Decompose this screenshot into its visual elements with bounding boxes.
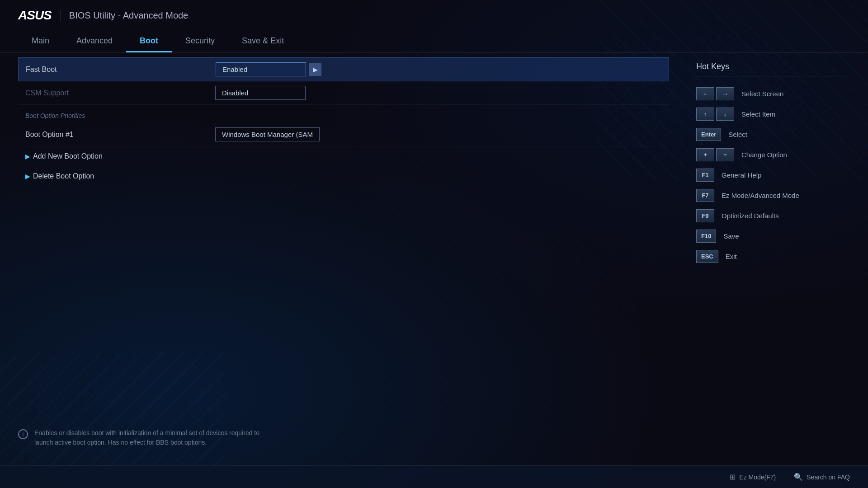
bottom-bar: ⊞ Ez Mode(F7) 🔍 Search on FAQ [0, 465, 868, 488]
hotkeys-title: Hot Keys [696, 62, 850, 76]
search-faq-label: Search on FAQ [807, 474, 850, 481]
hotkey-f9-keys: F9 [696, 209, 714, 222]
nav-item-main[interactable]: Main [18, 31, 63, 52]
key-up-arrow[interactable]: ↑ [696, 108, 714, 121]
fast-boot-label: Fast Boot [26, 66, 216, 74]
info-icon: i [18, 429, 28, 439]
hotkey-f9-desc: Optimized Defaults [722, 212, 779, 220]
hotkey-select-item-desc: Select Item [741, 110, 775, 118]
nav-item-advanced[interactable]: Advanced [63, 31, 126, 52]
csm-support-label: CSM Support [25, 89, 215, 97]
boot-option-label: Boot Option #1 [25, 131, 215, 139]
delete-boot-option[interactable]: ▶ Delete Boot Option [18, 166, 669, 186]
nav-item-boot[interactable]: Boot [126, 31, 172, 52]
fast-boot-arrow[interactable]: ▶ [309, 63, 321, 76]
hotkey-esc: ESC Exit [696, 250, 850, 263]
hotkey-change-option: + − Change Option [696, 148, 850, 161]
nav-bar: Main Advanced Boot Security Save & Exit [0, 31, 868, 53]
csm-support-row: CSM Support Disabled [18, 81, 669, 105]
hotkey-select-keys: Enter [696, 128, 721, 141]
hotkey-f1-keys: F1 [696, 169, 714, 182]
header: ASUS BIOS Utility - Advanced Mode [0, 0, 868, 31]
csm-support-value: Disabled [215, 86, 306, 100]
search-faq-button[interactable]: 🔍 Search on FAQ [794, 473, 850, 481]
info-text: Enables or disables boot with initializa… [34, 428, 259, 447]
asus-logo: ASUS [18, 8, 52, 23]
hotkey-change-option-desc: Change Option [741, 151, 787, 159]
hotkey-select-item: ↑ ↓ Select Item [696, 108, 850, 121]
bios-title: BIOS Utility - Advanced Mode [61, 10, 188, 21]
hotkey-esc-desc: Exit [726, 253, 737, 260]
search-icon: 🔍 [794, 473, 803, 481]
key-right-arrow[interactable]: → [716, 87, 734, 100]
csm-support-value-container: Disabled [215, 86, 306, 100]
fast-boot-value-container: Enabled ▶ [216, 62, 321, 76]
delete-boot-label: Delete Boot Option [33, 172, 94, 180]
hotkey-select-screen: ← → Select Screen [696, 87, 850, 100]
boot-option-value-container: Windows Boot Manager (SAM [215, 127, 320, 141]
key-minus[interactable]: − [716, 148, 734, 161]
hotkey-select: Enter Select [696, 128, 850, 141]
hotkeys-panel: Hot Keys ← → Select Screen ↑ ↓ Select It… [687, 53, 868, 488]
ez-mode-button[interactable]: ⊞ Ez Mode(F7) [730, 473, 776, 481]
key-plus[interactable]: + [696, 148, 714, 161]
hotkey-f1: F1 General Help [696, 169, 850, 182]
content-area: Fast Boot Enabled ▶ CSM Support Disabled… [0, 53, 868, 488]
hotkey-f7-desc: Ez Mode/Advanced Mode [722, 192, 799, 199]
key-f9[interactable]: F9 [696, 209, 714, 222]
hotkey-change-option-keys: + − [696, 148, 734, 161]
nav-item-save-exit[interactable]: Save & Exit [228, 31, 297, 52]
key-left-arrow[interactable]: ← [696, 87, 714, 100]
delete-boot-arrow-icon: ▶ [25, 173, 30, 180]
hotkey-f10: F10 Save [696, 230, 850, 243]
boot-option-value: Windows Boot Manager (SAM [215, 127, 320, 141]
hotkey-f7: F7 Ez Mode/Advanced Mode [696, 189, 850, 202]
section-label: Boot Option Priorities [18, 105, 669, 123]
hotkey-f10-desc: Save [723, 232, 739, 240]
key-down-arrow[interactable]: ↓ [716, 108, 734, 121]
hotkey-f9: F9 Optimized Defaults [696, 209, 850, 222]
logo: ASUS BIOS Utility - Advanced Mode [18, 8, 188, 23]
nav-item-security[interactable]: Security [172, 31, 228, 52]
key-enter[interactable]: Enter [696, 128, 721, 141]
settings-panel: Fast Boot Enabled ▶ CSM Support Disabled… [0, 53, 687, 488]
key-f1[interactable]: F1 [696, 169, 714, 182]
info-box: i Enables or disables boot with initiali… [18, 428, 407, 447]
boot-option-row[interactable]: Boot Option #1 Windows Boot Manager (SAM [18, 123, 669, 146]
ez-mode-label: Ez Mode(F7) [739, 474, 776, 481]
add-boot-label: Add New Boot Option [33, 152, 103, 160]
hotkey-select-desc: Select [728, 131, 747, 138]
fast-boot-row[interactable]: Fast Boot Enabled ▶ [18, 57, 669, 81]
ez-mode-icon: ⊞ [730, 473, 736, 481]
key-f10[interactable]: F10 [696, 230, 716, 243]
hotkey-select-item-keys: ↑ ↓ [696, 108, 734, 121]
fast-boot-value: Enabled [216, 62, 306, 76]
add-boot-arrow-icon: ▶ [25, 153, 30, 160]
key-esc[interactable]: ESC [696, 250, 718, 263]
hotkey-esc-keys: ESC [696, 250, 718, 263]
hotkey-f10-keys: F10 [696, 230, 716, 243]
hotkey-select-screen-desc: Select Screen [741, 90, 783, 98]
hotkey-f1-desc: General Help [722, 171, 761, 179]
hotkey-f7-keys: F7 [696, 189, 714, 202]
key-f7[interactable]: F7 [696, 189, 714, 202]
add-boot-option[interactable]: ▶ Add New Boot Option [18, 146, 669, 166]
hotkey-select-screen-keys: ← → [696, 87, 734, 100]
